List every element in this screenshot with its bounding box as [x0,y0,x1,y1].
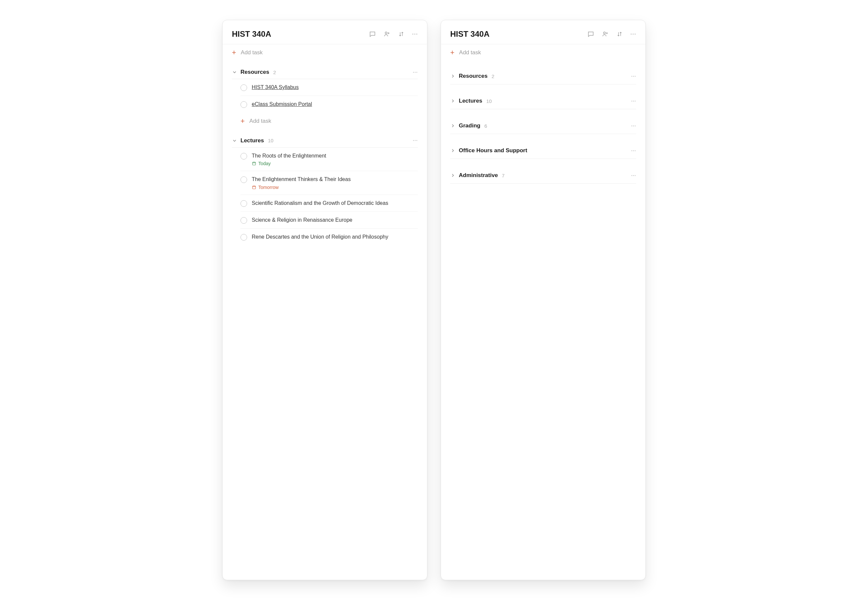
section-header[interactable]: Lectures 10 [232,137,418,148]
chevron-down-icon[interactable] [232,138,237,143]
panel-collapsed: HIST 340A + Add task Resources 2 [441,20,646,580]
task-checkbox[interactable] [240,153,247,159]
task-row[interactable]: Rene Descartes and the Union of Religion… [240,229,418,245]
section-add-task-button[interactable]: + Add task [232,113,418,128]
add-task-label: Add task [250,118,271,124]
svg-point-21 [635,101,636,102]
task-row[interactable]: HIST 340A Syllabus [240,79,418,96]
section-resources: Resources 2 [441,68,646,84]
section-title: Resources [459,73,488,79]
comments-icon[interactable] [369,30,376,38]
share-icon[interactable] [602,30,609,38]
section-count: 6 [484,123,487,129]
panel-header: HIST 340A [222,29,427,44]
section-office-hours: Office Hours and Support [441,142,646,159]
plus-icon: + [450,49,455,56]
svg-point-2 [414,33,415,35]
section-count: 7 [502,173,505,178]
section-header[interactable]: Lectures 10 [450,93,636,109]
section-header[interactable]: Grading 6 [450,118,636,134]
svg-point-18 [635,76,636,77]
task-row[interactable]: Scientific Rationalism and the Growth of… [240,195,418,212]
svg-point-23 [633,126,634,126]
svg-point-27 [635,150,636,151]
svg-point-4 [413,72,414,73]
chevron-right-icon[interactable] [450,123,455,129]
header-actions [369,30,418,38]
panel-expanded: HIST 340A + Add task Resources 2 [222,20,427,580]
task-checkbox[interactable] [240,101,247,108]
svg-point-20 [633,101,634,102]
task-row[interactable]: The Enlightenment Thinkers & Their Ideas… [240,171,418,195]
section-header[interactable]: Resources 2 [232,69,418,79]
add-task-button[interactable]: + Add task [441,44,646,59]
svg-point-24 [635,126,636,126]
task-row[interactable]: The Roots of the Enlightenment Today [240,148,418,171]
svg-rect-11 [253,186,256,189]
panel-header: HIST 340A [441,29,646,44]
svg-point-15 [634,33,635,35]
task-row[interactable]: eClass Submission Portal [240,96,418,112]
section-more-icon[interactable] [631,175,636,176]
task-checkbox[interactable] [240,234,247,241]
section-resources: Resources 2 HIST 340A Syllabus eClass Su… [222,69,427,128]
sort-icon[interactable] [398,31,405,37]
svg-point-22 [632,126,632,126]
svg-point-30 [635,175,636,176]
section-more-icon[interactable] [631,100,636,102]
project-title: HIST 340A [450,29,490,39]
svg-point-0 [385,32,387,34]
chevron-down-icon[interactable] [232,70,237,75]
task-checkbox[interactable] [240,217,247,224]
svg-point-14 [632,33,634,35]
section-more-icon[interactable] [413,71,418,73]
section-header[interactable]: Administrative 7 [450,167,636,184]
comments-icon[interactable] [587,30,594,38]
section-count: 2 [273,70,276,75]
task-checkbox[interactable] [240,84,247,91]
svg-point-13 [631,33,632,35]
header-actions [587,30,636,38]
svg-point-16 [632,76,632,77]
svg-point-1 [412,33,413,35]
task-checkbox[interactable] [240,200,247,207]
task-title: Science & Religion in Renaissance Europe [252,217,352,224]
add-task-label: Add task [241,49,263,56]
section-more-icon[interactable] [631,76,636,77]
svg-point-3 [416,33,417,35]
task-title: The Roots of the Enlightenment [252,152,326,159]
more-icon[interactable] [630,33,636,35]
task-due: Tomorrow [252,185,351,190]
svg-point-28 [632,175,632,176]
chevron-right-icon[interactable] [450,148,455,153]
add-task-button[interactable]: + Add task [222,44,427,59]
svg-point-8 [415,140,416,141]
section-more-icon[interactable] [413,139,418,141]
section-title: Lectures [240,137,264,144]
section-header[interactable]: Resources 2 [450,68,636,84]
svg-point-26 [633,150,634,151]
task-row[interactable]: Science & Religion in Renaissance Europe [240,212,418,229]
task-due: Today [252,161,326,166]
task-title[interactable]: eClass Submission Portal [252,101,312,108]
section-header[interactable]: Office Hours and Support [450,142,636,159]
svg-point-5 [415,72,416,73]
section-title: Resources [240,69,269,76]
section-title: Grading [459,123,480,129]
svg-point-9 [416,140,417,141]
task-checkbox[interactable] [240,176,247,183]
task-title[interactable]: HIST 340A Syllabus [252,84,299,91]
section-lectures: Lectures 10 [441,93,646,109]
chevron-right-icon[interactable] [450,73,455,79]
section-more-icon[interactable] [631,125,636,127]
more-icon[interactable] [412,33,418,35]
section-more-icon[interactable] [631,150,636,152]
section-grading: Grading 6 [441,118,646,134]
chevron-right-icon[interactable] [450,98,455,104]
plus-icon: + [232,49,236,56]
task-title: The Enlightenment Thinkers & Their Ideas [252,176,351,183]
chevron-right-icon[interactable] [450,173,455,178]
sort-icon[interactable] [616,31,623,37]
share-icon[interactable] [383,30,391,38]
plus-icon: + [240,118,245,125]
